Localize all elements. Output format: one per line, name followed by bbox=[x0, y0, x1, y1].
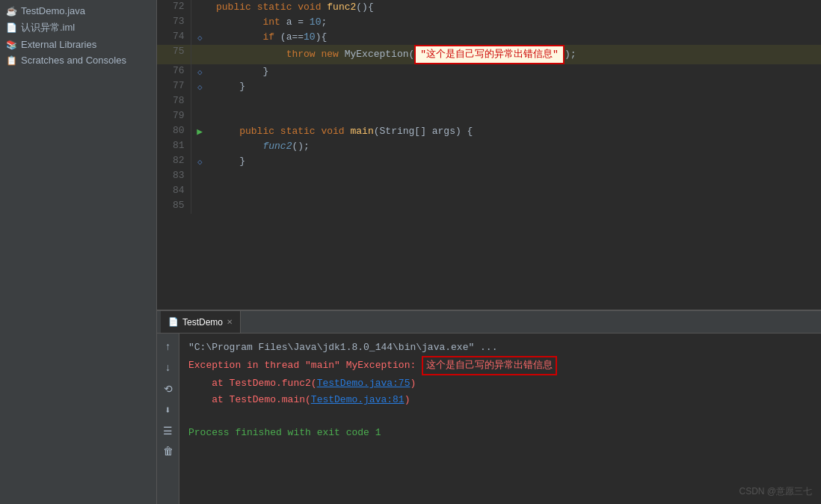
bottom-panel: 📄 TestDemo ✕ ↑ ↓ ⟲ ⬇ ☰ 🗑 "C:\Prog bbox=[157, 310, 821, 504]
line-number: 81 bbox=[157, 139, 191, 154]
java-file-icon: ☕ bbox=[6, 6, 17, 16]
line-number: 73 bbox=[157, 15, 191, 30]
sidebar-item-label: TestDemo.java bbox=[21, 5, 85, 16]
stack-trace-link-2[interactable]: TestDemo.java:81 bbox=[311, 394, 405, 405]
library-icon: 📚 bbox=[6, 40, 17, 50]
table-row: 72 public static void func2(){ bbox=[157, 0, 821, 15]
console-output: "C:\Program Files\Java\jdk1.8.0_144\bin\… bbox=[179, 334, 821, 504]
bottom-tabs: 📄 TestDemo ✕ bbox=[157, 311, 821, 334]
sidebar-item-scratches-consoles[interactable]: 📋 Scratches and Consoles bbox=[0, 52, 156, 68]
rerun-button[interactable]: ⟲ bbox=[161, 381, 176, 396]
code-line: } bbox=[209, 79, 821, 94]
console-line-5 bbox=[188, 408, 812, 425]
gutter-79 bbox=[191, 109, 209, 124]
gutter-83 bbox=[191, 169, 209, 184]
table-row: 80 ▶ public static void main(String[] ar… bbox=[157, 124, 821, 139]
code-line: } bbox=[209, 64, 821, 79]
sidebar-item-testdemo-java[interactable]: ☕ TestDemo.java bbox=[0, 3, 156, 19]
console-line-1: "C:\Program Files\Java\jdk1.8.0_144\bin\… bbox=[188, 339, 812, 356]
iml-file-icon: 📄 bbox=[6, 22, 17, 33]
gutter-80: ▶ bbox=[191, 124, 209, 139]
gutter-75 bbox=[191, 45, 209, 64]
line-number: 79 bbox=[157, 109, 191, 124]
console-line-2: Exception in thread "main" MyException: … bbox=[188, 356, 812, 375]
exception-message-box: 这个是自己写的异常出错信息 bbox=[422, 356, 557, 375]
download-button[interactable]: ⬇ bbox=[161, 402, 176, 417]
gutter-84 bbox=[191, 184, 209, 199]
gutter-85 bbox=[191, 199, 209, 214]
line-number: 75 bbox=[157, 45, 191, 64]
code-line: throw new MyException("这个是自己写的异常出错信息"); bbox=[209, 45, 821, 64]
sidebar-item-label: Scratches and Consoles bbox=[21, 55, 126, 66]
line-number: 72 bbox=[157, 0, 191, 15]
table-row: 81 func2(); bbox=[157, 139, 821, 154]
tab-testdemo[interactable]: 📄 TestDemo ✕ bbox=[161, 311, 241, 333]
console-line-4: at TestDemo.main(TestDemo.java:81) bbox=[188, 392, 812, 408]
table-row: 73 int a = 10; bbox=[157, 15, 821, 30]
gutter-73 bbox=[191, 15, 209, 30]
code-line bbox=[209, 184, 821, 199]
tab-icon: 📄 bbox=[168, 317, 179, 327]
line-number: 76 bbox=[157, 64, 191, 79]
watermark: CSDN @意愿三七 bbox=[739, 485, 812, 498]
gutter-76: ◇ bbox=[191, 64, 209, 79]
sidebar-item-iml[interactable]: 📄 认识异常.iml bbox=[0, 19, 156, 37]
table-row: 74 ◇ if (a==10){ bbox=[157, 30, 821, 45]
scroll-up-button[interactable]: ↑ bbox=[161, 339, 176, 354]
line-number: 85 bbox=[157, 199, 191, 214]
table-row: 79 bbox=[157, 109, 821, 124]
bookmark-icon: ◇ bbox=[197, 158, 203, 167]
code-line bbox=[209, 169, 821, 184]
table-row: 85 bbox=[157, 199, 821, 214]
bookmark-icon: ◇ bbox=[197, 68, 203, 77]
code-editor-area: 72 public static void func2(){ 73 int a … bbox=[157, 0, 821, 310]
line-number: 82 bbox=[157, 154, 191, 169]
code-line: } bbox=[209, 154, 821, 169]
code-line: int a = 10; bbox=[209, 15, 821, 30]
clear-button[interactable]: 🗑 bbox=[161, 444, 176, 459]
gutter-72 bbox=[191, 0, 209, 15]
line-number: 84 bbox=[157, 184, 191, 199]
line-number: 80 bbox=[157, 124, 191, 139]
table-row: 82 ◇ } bbox=[157, 154, 821, 169]
run-icon[interactable]: ▶ bbox=[197, 126, 203, 138]
settings-button[interactable]: ☰ bbox=[161, 423, 176, 438]
left-toolbar: ↑ ↓ ⟲ ⬇ ☰ 🗑 bbox=[157, 334, 179, 504]
bottom-content-wrapper: ↑ ↓ ⟲ ⬇ ☰ 🗑 "C:\Program Files\Java\jdk1.… bbox=[157, 334, 821, 504]
table-row: 83 bbox=[157, 169, 821, 184]
tab-close-button[interactable]: ✕ bbox=[227, 318, 233, 326]
code-line bbox=[209, 109, 821, 124]
line-number: 74 bbox=[157, 30, 191, 45]
table-row: 78 bbox=[157, 94, 821, 109]
gutter-77: ◇ bbox=[191, 79, 209, 94]
sidebar-item-label: External Libraries bbox=[21, 39, 96, 50]
code-line bbox=[209, 94, 821, 109]
line-number: 77 bbox=[157, 79, 191, 94]
console-line-3: at TestDemo.func2(TestDemo.java:75) bbox=[188, 375, 812, 392]
sidebar: ☕ TestDemo.java 📄 认识异常.iml 📚 External Li… bbox=[0, 0, 157, 504]
gutter-81 bbox=[191, 139, 209, 154]
code-line: func2(); bbox=[209, 139, 821, 154]
line-number: 78 bbox=[157, 94, 191, 109]
code-line: public static void main(String[] args) { bbox=[209, 124, 821, 139]
stack-trace-link-1[interactable]: TestDemo.java:75 bbox=[317, 378, 410, 389]
gutter-78 bbox=[191, 94, 209, 109]
scroll-down-button[interactable]: ↓ bbox=[161, 360, 176, 375]
bookmark-icon: ◇ bbox=[197, 34, 203, 43]
line-number: 83 bbox=[157, 169, 191, 184]
sidebar-item-external-libraries[interactable]: 📚 External Libraries bbox=[0, 37, 156, 52]
table-row: 77 ◇ } bbox=[157, 79, 821, 94]
scratches-icon: 📋 bbox=[6, 55, 17, 66]
gutter-82: ◇ bbox=[191, 154, 209, 169]
table-row: 75 throw new MyException("这个是自己写的异常出错信息"… bbox=[157, 45, 821, 64]
tab-label: TestDemo bbox=[182, 317, 223, 328]
console-line-6: Process finished with exit code 1 bbox=[188, 425, 812, 441]
exception-tooltip: "这个是自己写的异常出错信息" bbox=[414, 45, 565, 64]
table-row: 76 ◇ } bbox=[157, 64, 821, 79]
bookmark-icon: ◇ bbox=[197, 83, 203, 92]
sidebar-item-label: 认识异常.iml bbox=[21, 21, 75, 34]
table-row: 84 bbox=[157, 184, 821, 199]
code-line: public static void func2(){ bbox=[209, 0, 821, 15]
gutter-74: ◇ bbox=[191, 30, 209, 45]
code-line bbox=[209, 199, 821, 214]
